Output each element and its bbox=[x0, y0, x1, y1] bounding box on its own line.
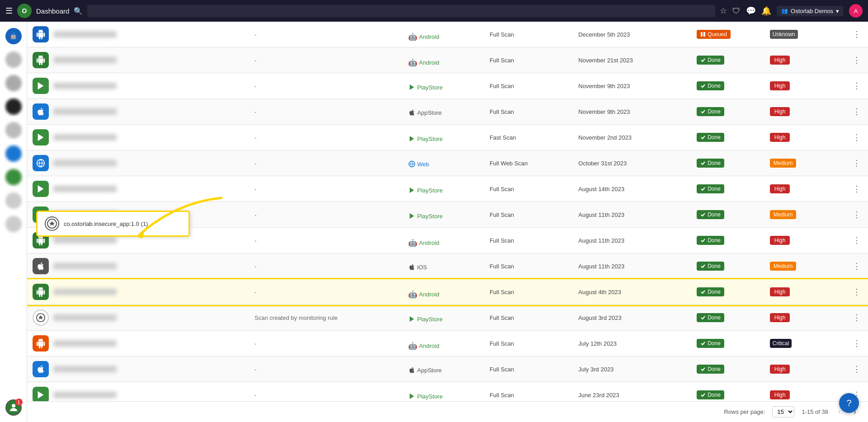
sidebar-item-2[interactable] bbox=[4, 73, 24, 93]
description-cell: - bbox=[249, 125, 403, 150]
table-row[interactable]: - AppStore Full Scan July 3rd 2023 Done … bbox=[27, 356, 868, 382]
more-button[interactable]: ⋮ bbox=[851, 337, 863, 350]
nav-logo: O bbox=[17, 4, 32, 18]
svg-marker-17 bbox=[410, 394, 414, 399]
table-row[interactable]: - AppStore Full Scan November 9th 2023 D… bbox=[27, 99, 868, 125]
rows-per-page-select[interactable]: 15 25 50 bbox=[772, 406, 794, 417]
app-avatar-8 bbox=[5, 216, 22, 232]
app-cell bbox=[27, 305, 249, 330]
table-row[interactable]: - 🤖 Android Full Scan August 4th 2023 Do… bbox=[27, 279, 868, 305]
user-dropdown[interactable]: 👥 Ostorlab Demos ▾ bbox=[777, 6, 844, 16]
scan-type-cell: Full Scan bbox=[484, 228, 573, 253]
risk-cell: Medium bbox=[764, 253, 831, 279]
risk-cell: High bbox=[764, 73, 831, 99]
more-button[interactable]: ⋮ bbox=[851, 105, 863, 118]
table-row[interactable]: - Web Full Web Scan October 31st 2023 Do… bbox=[27, 150, 868, 176]
platform-label: AppStore bbox=[417, 109, 442, 116]
help-button[interactable]: ? bbox=[839, 393, 859, 413]
table-row[interactable]: - PlayStore Full Scan August 14th 2023 D… bbox=[27, 176, 868, 202]
table-row[interactable]: Scan created by monitoring rule PlayStor… bbox=[27, 305, 868, 331]
shield-icon[interactable]: 🛡 bbox=[732, 6, 741, 16]
table-row[interactable]: - 🤖 Android Full Scan November 21st 2023… bbox=[27, 47, 868, 73]
date-cell: November 9th 2023 bbox=[573, 73, 691, 99]
risk-cell: Medium bbox=[764, 150, 831, 176]
platform-cell: PlayStore bbox=[403, 311, 484, 327]
sidebar-item-0[interactable]: 🤖 bbox=[4, 26, 24, 46]
more-button[interactable]: ⋮ bbox=[851, 285, 863, 299]
platform-label: Android bbox=[419, 342, 439, 349]
app-icon bbox=[33, 103, 49, 120]
risk-cell: Medium bbox=[764, 202, 831, 228]
actions-cell: ⋮ bbox=[831, 202, 868, 228]
more-button[interactable]: ⋮ bbox=[851, 259, 863, 273]
status-badge: Queued bbox=[697, 30, 731, 39]
risk-badge: High bbox=[770, 365, 790, 374]
date-cell: November 9th 2023 bbox=[573, 99, 691, 125]
scan-type-cell: Full Scan bbox=[484, 279, 573, 305]
more-button[interactable]: ⋮ bbox=[851, 79, 863, 93]
platform-label: Web bbox=[417, 161, 429, 168]
search-icon[interactable]: 🔍 bbox=[74, 7, 83, 15]
sidebar-item-7[interactable] bbox=[4, 191, 24, 211]
pagination: Rows per page: 15 25 50 1-15 of 38 ‹ › bbox=[27, 401, 868, 422]
sidebar-item-5[interactable] bbox=[4, 144, 24, 164]
app-cell bbox=[27, 279, 249, 305]
platform-cell: 🤖 Android bbox=[403, 54, 484, 71]
table-row[interactable]: - PlayStore Fast Scan November 2nd 2023 … bbox=[27, 125, 868, 150]
svg-marker-5 bbox=[38, 134, 44, 141]
sidebar-item-3[interactable] bbox=[4, 97, 24, 117]
app-name bbox=[53, 392, 117, 398]
more-button[interactable]: ⋮ bbox=[851, 182, 863, 196]
risk-cell: High bbox=[764, 228, 831, 253]
sidebar-item-1[interactable] bbox=[4, 50, 24, 70]
risk-badge: High bbox=[770, 236, 790, 245]
tooltip-box: co.ostorlab.insecure_app:1.0 (1) bbox=[36, 211, 190, 237]
platform-label: iOS bbox=[417, 264, 427, 271]
more-button[interactable]: ⋮ bbox=[851, 208, 863, 221]
bell-icon[interactable]: 🔔 bbox=[761, 6, 771, 16]
app-avatar-4 bbox=[5, 122, 22, 138]
risk-badge: High bbox=[770, 107, 790, 116]
date-cell: August 4th 2023 bbox=[573, 279, 691, 305]
platform-label: PlayStore bbox=[417, 84, 443, 91]
app-name bbox=[53, 237, 117, 244]
chat-icon[interactable]: 💬 bbox=[746, 6, 756, 16]
description-cell: - bbox=[249, 228, 403, 253]
more-button[interactable]: ⋮ bbox=[851, 234, 863, 247]
more-button[interactable]: ⋮ bbox=[851, 156, 863, 170]
status-badge: Done bbox=[697, 210, 724, 219]
date-cell: October 31st 2023 bbox=[573, 150, 691, 176]
app-icon bbox=[33, 335, 49, 352]
table-row[interactable]: - PlayStore Full Scan November 9th 2023 … bbox=[27, 73, 868, 99]
avatar[interactable]: A bbox=[849, 4, 863, 18]
sidebar-user-icon[interactable]: 1 bbox=[4, 398, 24, 417]
svg-marker-15 bbox=[410, 316, 414, 322]
hamburger-icon[interactable]: ☰ bbox=[5, 6, 13, 16]
svg-marker-14 bbox=[38, 315, 43, 320]
risk-badge: High bbox=[770, 81, 790, 90]
sidebar-item-4[interactable] bbox=[4, 120, 24, 140]
more-button[interactable]: ⋮ bbox=[851, 53, 863, 67]
table-row[interactable]: - iOS Full Scan August 11th 2023 Done Me… bbox=[27, 253, 868, 279]
more-button[interactable]: ⋮ bbox=[851, 131, 863, 144]
app-cell bbox=[27, 99, 249, 124]
scan-type-cell: Full Scan bbox=[484, 253, 573, 279]
star-icon[interactable]: ☆ bbox=[720, 6, 727, 16]
app-cell bbox=[27, 47, 249, 73]
app-avatar-2 bbox=[5, 75, 22, 91]
status-cell: Done bbox=[691, 99, 764, 125]
more-button[interactable]: ⋮ bbox=[851, 311, 863, 324]
actions-cell: ⋮ bbox=[831, 331, 868, 356]
platform-label: PlayStore bbox=[417, 187, 443, 194]
date-cell: July 12th 2023 bbox=[573, 331, 691, 356]
status-badge: Done bbox=[697, 107, 724, 116]
more-button[interactable]: ⋮ bbox=[851, 362, 863, 376]
sidebar-item-8[interactable] bbox=[4, 214, 24, 234]
table-row[interactable]: - 🤖 Android Full Scan December 5th 2023 … bbox=[27, 22, 868, 47]
sidebar-item-6[interactable] bbox=[4, 167, 24, 187]
search-input[interactable] bbox=[87, 5, 715, 17]
status-cell: Done bbox=[691, 150, 764, 176]
table-row[interactable]: - 🤖 Android Full Scan July 12th 2023 Don… bbox=[27, 331, 868, 356]
more-button[interactable]: ⋮ bbox=[851, 28, 863, 41]
platform-label: PlayStore bbox=[417, 393, 443, 400]
